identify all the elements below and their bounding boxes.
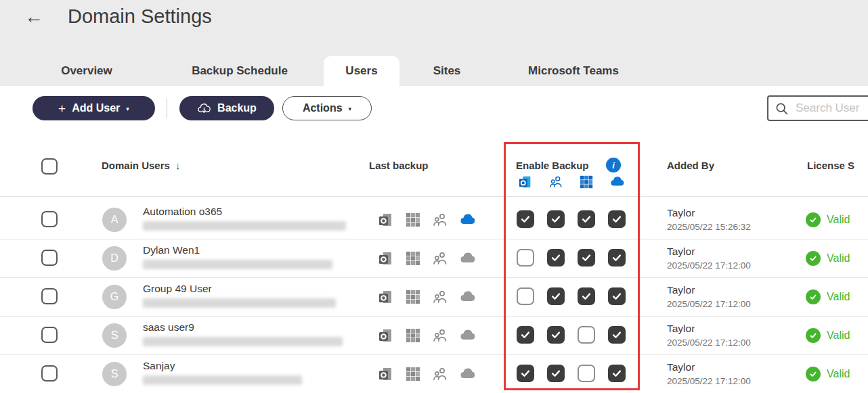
tab-users[interactable]: Users (324, 56, 399, 86)
column-header-enable-backup: Enable Backup (516, 160, 589, 171)
onedrive-backup-icon (459, 366, 475, 382)
enable-sharepoint-checkbox[interactable] (578, 249, 595, 267)
onedrive-backup-icon (459, 250, 475, 267)
row-select-checkbox[interactable] (41, 365, 58, 382)
search-input[interactable] (794, 101, 868, 116)
enable-people-checkbox[interactable] (547, 326, 565, 344)
search-icon (775, 101, 789, 116)
sharepoint-backup-icon (405, 366, 421, 382)
user-name: Automation o365 (143, 206, 222, 218)
onedrive-cloud-icon (609, 175, 624, 189)
license-status: Valid (827, 368, 850, 380)
enable-outlook-checkbox[interactable] (517, 249, 534, 267)
added-by-name: Taylor (667, 323, 695, 335)
row-select-checkbox[interactable] (41, 250, 58, 266)
added-time: 2025/05/22 17:12:00 (667, 260, 751, 271)
page-title: Domain Settings (68, 5, 212, 28)
enable-people-checkbox[interactable] (547, 287, 565, 305)
avatar: A (102, 208, 127, 232)
row-select-checkbox[interactable] (41, 288, 58, 304)
table-row: A Automation o365 Taylor 2025/05/22 15:2… (0, 197, 868, 239)
enable-outlook-checkbox[interactable] (517, 210, 534, 228)
enable-sharepoint-checkbox[interactable] (578, 287, 595, 305)
onedrive-backup-icon (459, 327, 475, 344)
actions-button[interactable]: Actions ▾ (282, 96, 372, 120)
tab-bar: Overview Backup Schedule Users Sites Mic… (0, 56, 868, 86)
user-email-redacted (143, 260, 332, 269)
license-valid-icon (806, 328, 821, 343)
add-user-button[interactable]: + Add User ▾ (32, 96, 155, 120)
enable-sharepoint-checkbox[interactable] (578, 326, 595, 344)
tab-label: Sites (433, 64, 461, 78)
enable-onedrive-checkbox[interactable] (608, 365, 626, 382)
avatar: G (102, 285, 127, 309)
people-backup-icon (432, 212, 448, 228)
added-by-name: Taylor (667, 361, 695, 373)
license-valid-icon (806, 367, 821, 382)
back-button[interactable]: ← (24, 5, 43, 28)
enable-outlook-checkbox[interactable] (517, 287, 534, 305)
table-row: D Dylan Wen1 Taylor 2025/05/22 17:12:00 … (0, 239, 868, 278)
chevron-down-icon: ▾ (349, 106, 352, 112)
people-backup-icon (432, 366, 448, 382)
tab-backup-schedule[interactable]: Backup Schedule (182, 56, 297, 86)
license-status: Valid (827, 291, 850, 303)
backup-button[interactable]: Backup (179, 96, 274, 120)
outlook-backup-icon (378, 366, 394, 382)
added-time: 2025/05/22 17:12:00 (667, 299, 751, 309)
license-status: Valid (827, 252, 850, 264)
enable-people-checkbox[interactable] (547, 210, 565, 228)
column-header-last-backup: Last backup (369, 160, 429, 171)
enable-sharepoint-checkbox[interactable] (578, 210, 595, 228)
enable-onedrive-checkbox[interactable] (608, 210, 626, 228)
user-email-redacted (143, 375, 302, 385)
column-header-domain-users[interactable]: Domain Users ↓ (102, 160, 180, 171)
outlook-backup-icon (378, 250, 394, 267)
people-backup-icon (432, 289, 448, 305)
column-header-added-by: Added By (667, 160, 714, 171)
sharepoint-backup-icon (405, 289, 421, 305)
people-backup-icon (432, 250, 448, 267)
added-time: 2025/05/22 15:26:32 (667, 222, 751, 232)
select-all-checkbox[interactable] (41, 158, 58, 175)
license-status: Valid (827, 214, 850, 226)
enable-sharepoint-checkbox[interactable] (578, 365, 595, 382)
enable-outlook-checkbox[interactable] (517, 365, 534, 382)
user-name: Sanjay (143, 360, 175, 372)
enable-people-checkbox[interactable] (547, 365, 565, 382)
table-row: S Sanjay Taylor 2025/05/22 17:12:00 Vali… (0, 355, 868, 393)
column-header-license-status: License S (807, 160, 854, 171)
row-select-checkbox[interactable] (41, 327, 58, 343)
enable-people-checkbox[interactable] (547, 249, 565, 267)
sharepoint-backup-icon (405, 212, 421, 228)
enable-outlook-checkbox[interactable] (517, 326, 534, 344)
outlook-icon (518, 175, 533, 189)
avatar: S (102, 362, 127, 386)
row-select-checkbox[interactable] (41, 211, 58, 227)
sharepoint-grid-icon (579, 175, 594, 189)
user-name: Dylan Wen1 (143, 244, 200, 256)
user-name: saas user9 (143, 321, 194, 333)
added-by-name: Taylor (667, 207, 695, 219)
table-row: G Group 49 User Taylor 2025/05/22 17:12:… (0, 278, 868, 317)
tab-overview[interactable]: Overview (46, 56, 127, 86)
table-body: A Automation o365 Taylor 2025/05/22 15:2… (0, 196, 868, 393)
license-valid-icon (806, 290, 821, 304)
enable-onedrive-checkbox[interactable] (608, 249, 626, 267)
onedrive-backup-icon (459, 289, 475, 305)
people-icon (548, 175, 563, 189)
tab-sites[interactable]: Sites (413, 56, 481, 86)
info-icon[interactable]: i (606, 158, 621, 172)
sort-descending-icon: ↓ (175, 160, 181, 171)
enable-onedrive-checkbox[interactable] (608, 287, 626, 305)
added-time: 2025/05/22 17:12:00 (667, 376, 751, 386)
added-time: 2025/05/22 17:12:00 (667, 338, 751, 348)
tab-label: Microsoft Teams (528, 64, 619, 78)
tab-microsoft-teams[interactable]: Microsoft Teams (519, 56, 628, 86)
sharepoint-backup-icon (405, 327, 421, 344)
chevron-down-icon: ▾ (126, 106, 129, 112)
avatar: D (102, 246, 127, 271)
enable-onedrive-checkbox[interactable] (608, 326, 626, 344)
license-valid-icon (806, 251, 821, 266)
backup-label: Backup (217, 102, 257, 114)
